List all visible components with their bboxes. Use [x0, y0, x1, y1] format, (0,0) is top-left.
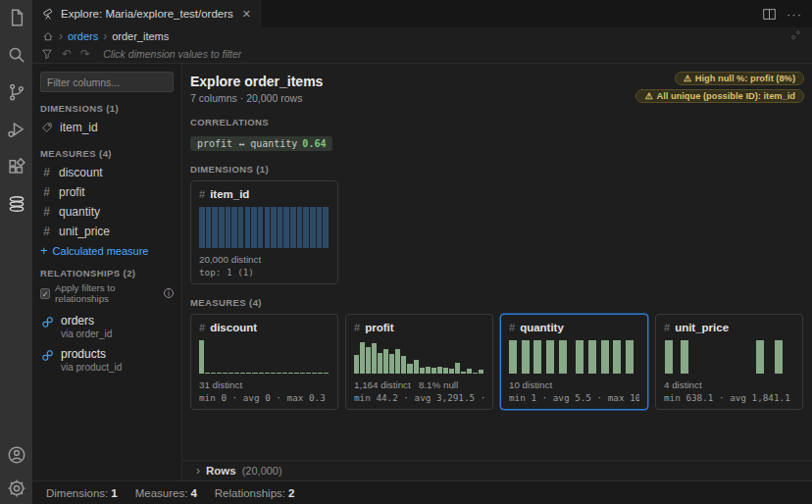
rows-label: Rows: [206, 465, 236, 477]
warning-text: All unique (possible ID): item_id: [656, 91, 795, 101]
status-bar: Dimensions:1 Measures:4 Relationships:2: [32, 480, 812, 504]
split-editor-icon[interactable]: [762, 7, 777, 22]
filter-columns-input[interactable]: [40, 72, 174, 92]
profit-histogram: [354, 340, 484, 374]
filter-funnel-icon[interactable]: [41, 48, 53, 60]
card-item-id[interactable]: #item_id 20,000 distinct top: 1 (1): [190, 180, 338, 284]
number-icon: #: [509, 322, 515, 333]
calculated-measure-button[interactable]: + Calculated measure: [40, 244, 174, 257]
correlations-header: CORRELATIONS: [190, 117, 804, 127]
sidebar-item-unit-price[interactable]: #unit_price: [40, 222, 174, 241]
info-icon: i: [164, 288, 174, 298]
relationship-name: products: [61, 347, 122, 361]
account-icon[interactable]: [5, 443, 28, 467]
card-distinct: 20,000 distinct: [199, 254, 330, 265]
undo-icon[interactable]: ↶: [62, 48, 72, 60]
sidebar-item-item-id[interactable]: item_id: [40, 118, 174, 137]
explorer-icon[interactable]: [5, 6, 28, 29]
number-icon: #: [664, 322, 670, 333]
breadcrumb-separator: ›: [59, 29, 63, 43]
run-debug-icon[interactable]: [5, 118, 28, 141]
breadcrumb-order-items[interactable]: order_items: [112, 30, 169, 42]
measure-label: discount: [59, 166, 103, 179]
relationship-via: via order_id: [61, 328, 112, 339]
warning-icon: ⚠: [644, 91, 652, 101]
sparkle-icon[interactable]: [789, 29, 802, 44]
warning-text: High null %: profit (8%): [695, 74, 795, 83]
source-control-icon[interactable]: [5, 80, 28, 104]
measure-label: profit: [59, 185, 85, 199]
home-icon[interactable]: [42, 30, 54, 42]
number-icon: #: [199, 322, 205, 333]
apply-filters-label: Apply filters to relationships: [55, 282, 159, 304]
checkbox-checked-icon[interactable]: ✓: [40, 288, 50, 299]
warning-badges: ⚠High null %: profit (8%) ⚠All unique (p…: [635, 72, 804, 103]
card-stats: min 1 · avg 5.5 · max 10: [509, 392, 639, 403]
settings-gear-icon[interactable]: [5, 477, 28, 500]
tab-bar: Explore: Maria/explore_test/orders ✕ ···: [32, 0, 812, 27]
warning-all-unique[interactable]: ⚠All unique (possible ID): item_id: [635, 89, 804, 103]
correlation-label: profit ↔ quantity: [197, 138, 297, 149]
card-stats: min 0 · avg 0 · max 0.3: [199, 392, 330, 403]
measure-label: quantity: [59, 205, 100, 219]
tab-explore[interactable]: Explore: Maria/explore_test/orders ✕: [32, 0, 261, 27]
warning-high-null[interactable]: ⚠High null %: profit (8%): [675, 72, 804, 85]
card-distinct: 4 distinct: [664, 379, 794, 390]
breadcrumb-separator: ›: [103, 29, 107, 43]
breadcrumb-orders[interactable]: orders: [68, 30, 98, 42]
relationship-name: orders: [61, 314, 112, 328]
rows-section-toggle[interactable]: › Rows (20,000): [182, 460, 812, 480]
quantity-histogram: [509, 340, 639, 374]
redo-icon[interactable]: ↷: [80, 48, 90, 60]
rows-count: (20,000): [242, 465, 282, 477]
card-title: profit: [365, 322, 393, 333]
card-profit[interactable]: #profit 1,164 distinct 8.1% null min 44.…: [345, 314, 493, 410]
telescope-icon: [41, 7, 55, 21]
number-icon: #: [354, 322, 360, 333]
measures-section-header: MEASURES (4): [190, 297, 804, 308]
relationship-orders[interactable]: orders via order_id: [40, 310, 174, 343]
card-distinct: 31 distinct: [199, 379, 330, 390]
filter-hint-text: Click dimension values to filter: [103, 48, 241, 60]
card-title: quantity: [520, 322, 564, 333]
correlation-value: 0.64: [302, 138, 326, 149]
extensions-icon[interactable]: [5, 155, 28, 178]
relationship-products[interactable]: products via product_id: [40, 343, 174, 377]
plus-icon: +: [40, 244, 48, 257]
filter-bar: ↶ ↷ Click dimension values to filter: [32, 45, 812, 64]
tab-close-icon[interactable]: ✕: [242, 8, 251, 21]
number-icon: #: [41, 205, 52, 219]
sidebar-dimensions-header: DIMENSIONS (1): [40, 103, 174, 114]
card-unit-price[interactable]: #unit_price 4 distinct min 638.1 · avg 1…: [655, 314, 803, 410]
card-stats: min 638.1 · avg 1,841.1 · max 2…: [664, 392, 794, 403]
explore-database-icon[interactable]: [5, 192, 28, 216]
correlation-chip[interactable]: profit ↔ quantity0.64: [190, 136, 332, 151]
tag-icon: [41, 122, 53, 133]
number-icon: #: [41, 166, 52, 179]
card-quantity[interactable]: #quantity 10 distinct min 1 · avg 5.5 · …: [500, 314, 648, 410]
warning-icon: ⚠: [684, 74, 691, 83]
measure-label: unit_price: [59, 225, 110, 238]
sidebar-measures-header: MEASURES (4): [40, 148, 174, 159]
activity-bar: [0, 0, 32, 504]
card-title: discount: [210, 322, 257, 333]
app-window: Explore: Maria/explore_test/orders ✕ ···…: [0, 0, 812, 504]
link-icon: [41, 316, 54, 328]
more-actions-icon[interactable]: ···: [787, 7, 802, 22]
number-icon: #: [41, 225, 52, 238]
calculated-measure-label: Calculated measure: [53, 245, 149, 257]
apply-filters-checkbox-row[interactable]: ✓ Apply filters to relationships i: [40, 282, 174, 304]
sidebar-item-discount[interactable]: #discount: [40, 163, 174, 182]
card-distinct: 1,164 distinct 8.1% null: [354, 379, 484, 390]
status-measures: Measures:4: [135, 487, 197, 499]
card-discount[interactable]: #discount 31 distinct min 0 · avg 0 · ma…: [190, 314, 338, 410]
breadcrumb: › orders › order_items: [32, 27, 812, 45]
sidebar-item-profit[interactable]: #profit: [40, 182, 174, 202]
dimensions-section-header: DIMENSIONS (1): [190, 164, 804, 175]
sidebar-relationships-header: RELATIONSHIPS (2): [40, 268, 174, 278]
card-distinct: 10 distinct: [509, 379, 639, 390]
columns-panel: DIMENSIONS (1) item_id MEASURES (4) #dis…: [32, 64, 182, 480]
tab-title: Explore: Maria/explore_test/orders: [61, 8, 233, 20]
search-icon[interactable]: [5, 43, 28, 67]
sidebar-item-quantity[interactable]: #quantity: [40, 202, 174, 222]
